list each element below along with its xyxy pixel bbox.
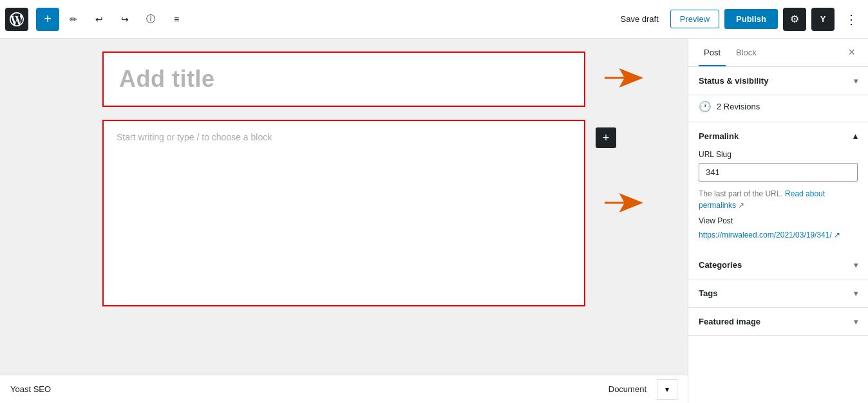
publish-button[interactable]: Publish (724, 9, 778, 29)
editor-area: Add title Start writing or type / to cho… (0, 39, 688, 403)
categories-section: Categories ▾ (688, 251, 868, 279)
url-slug-label: URL Slug (699, 150, 858, 159)
redo-button[interactable]: ↪ (113, 8, 137, 31)
yoast-seo-label: Yoast SEO (10, 384, 51, 394)
featured-image-section: Featured image ▾ (688, 308, 868, 336)
title-placeholder: Add title (119, 66, 214, 93)
list-view-button[interactable]: ≡ (165, 8, 188, 31)
external-link-icon: ↗ (738, 201, 744, 210)
tags-section: Tags ▾ (688, 279, 868, 308)
categories-chevron: ▾ (854, 261, 858, 270)
permalink-hint: The last part of the URL. Read about per… (699, 188, 858, 211)
add-block-inline-button[interactable]: + (596, 127, 616, 148)
pencil-button[interactable]: ✏ (62, 8, 85, 31)
view-post-external-icon: ↗ (834, 230, 840, 239)
info-icon: ⓘ (146, 14, 155, 25)
more-options-button[interactable]: ⋮ (840, 8, 863, 31)
preview-button[interactable]: Preview (670, 10, 719, 28)
content-arrow-icon (605, 190, 643, 216)
revisions-icon: 🕐 (699, 100, 712, 113)
toolbar-right: Save draft Preview Publish ⚙ Y ⋮ (614, 8, 863, 31)
title-wrapper: Add title (102, 52, 585, 107)
pencil-icon: ✏ (70, 14, 77, 24)
categories-header[interactable]: Categories ▾ (688, 251, 868, 279)
wp-logo-icon (10, 12, 24, 26)
permalink-section: Permalink ▴ URL Slug The last part of th… (688, 122, 868, 251)
save-draft-button[interactable]: Save draft (614, 10, 665, 28)
main-layout: Add title Start writing or type / to cho… (0, 39, 868, 403)
status-visibility-chevron: ▾ (854, 77, 858, 86)
status-visibility-section: Status & visibility ▾ (688, 67, 868, 95)
bottom-bar-right: Document ▾ (609, 379, 677, 400)
permalink-header[interactable]: Permalink ▴ (699, 122, 858, 150)
content-arrow (605, 190, 643, 218)
permalink-content: Permalink ▴ URL Slug The last part of th… (688, 122, 868, 251)
tags-label: Tags (699, 288, 717, 298)
add-block-toolbar-button[interactable]: + (36, 8, 59, 31)
featured-image-label: Featured image (699, 317, 760, 326)
add-icon: + (44, 12, 52, 26)
view-post-label: View Post (699, 216, 858, 225)
tags-header[interactable]: Tags ▾ (688, 279, 868, 307)
status-visibility-header[interactable]: Status & visibility ▾ (688, 67, 868, 95)
tags-chevron: ▾ (854, 289, 858, 298)
settings-button[interactable]: ⚙ (783, 8, 806, 31)
svg-marker-0 (605, 68, 643, 88)
add-block-inline-icon: + (603, 131, 610, 145)
title-arrow-icon (605, 65, 643, 91)
bottom-bar: Yoast SEO Document ▾ (0, 375, 688, 403)
yoast-icon: Y (820, 14, 826, 24)
status-visibility-label: Status & visibility (699, 76, 768, 86)
featured-image-chevron: ▾ (854, 317, 858, 326)
toolbar-left: + ✏ ↩ ↪ ⓘ ≡ (5, 8, 614, 31)
more-options-icon: ⋮ (845, 12, 858, 27)
right-sidebar: Post Block × Status & visibility ▾ 🕐 2 R… (688, 39, 868, 403)
yoast-toggle-button[interactable]: ▾ (657, 379, 677, 400)
undo-icon: ↩ (95, 14, 103, 24)
wordpress-logo[interactable] (5, 8, 28, 31)
content-box[interactable]: Start writing or type / to choose a bloc… (102, 120, 585, 306)
yoast-button[interactable]: Y (811, 8, 835, 31)
document-label: Document (609, 384, 646, 394)
revisions-row[interactable]: 🕐 2 Revisions (688, 95, 868, 122)
title-arrow (605, 65, 643, 93)
undo-button[interactable]: ↩ (88, 8, 111, 31)
redo-icon: ↪ (121, 14, 129, 24)
editor-content: Add title Start writing or type / to cho… (64, 52, 624, 306)
revisions-label: 2 Revisions (717, 102, 760, 111)
url-slug-input[interactable] (699, 163, 858, 182)
permalink-chevron: ▴ (853, 131, 858, 141)
info-button[interactable]: ⓘ (139, 8, 162, 31)
gear-icon: ⚙ (790, 13, 799, 25)
main-toolbar: + ✏ ↩ ↪ ⓘ ≡ Save draft Preview Publish ⚙… (0, 0, 868, 39)
svg-marker-1 (605, 193, 643, 212)
sidebar-close-button[interactable]: × (845, 43, 858, 62)
permalink-label: Permalink (699, 131, 739, 141)
content-wrapper: Start writing or type / to choose a bloc… (102, 120, 585, 306)
tab-block[interactable]: Block (731, 39, 762, 66)
sidebar-tabs: Post Block × (688, 39, 868, 67)
featured-image-header[interactable]: Featured image ▾ (688, 308, 868, 335)
tab-post[interactable]: Post (699, 39, 726, 66)
list-view-icon: ≡ (174, 14, 179, 24)
title-box[interactable]: Add title (102, 52, 585, 107)
content-placeholder: Start writing or type / to choose a bloc… (117, 132, 272, 142)
revisions-section: 🕐 2 Revisions (688, 95, 868, 122)
categories-label: Categories (699, 260, 742, 270)
view-post-link[interactable]: https://mirwaleed.com/2021/03/19/341/ ↗ (699, 229, 858, 241)
